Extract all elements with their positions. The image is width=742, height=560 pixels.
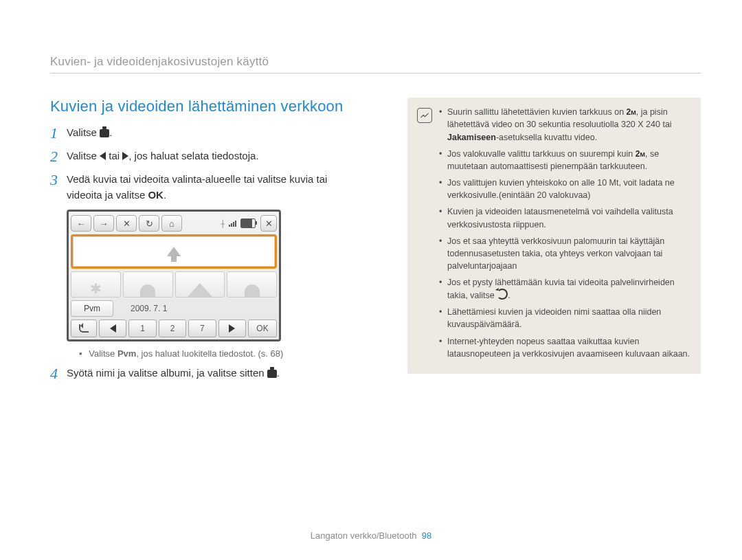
next-button[interactable] xyxy=(218,320,246,337)
step-2-post: , jos haluat selata tiedostoja. xyxy=(128,150,258,161)
left-column: Kuvien ja videoiden lähettäminen verkkoo… xyxy=(50,98,383,390)
drop-zone[interactable] xyxy=(71,234,277,269)
step-3-body: Vedä kuvia tai videoita valinta-alueelle… xyxy=(67,172,327,203)
info-item-4: Kuvien ja videoiden latausmenetelmä voi … xyxy=(439,205,691,230)
device-screenshot: ← → ✕ ↻ ⌂ ⟊ ✕ ✱ xyxy=(67,210,281,341)
page: Kuvien- ja videoidenjakosivustojen käytt… xyxy=(0,0,742,560)
main-heading: Kuvien ja videoiden lähettäminen verkkoo… xyxy=(50,98,383,115)
info-item-8: Internet-yhteyden nopeus saattaa vaikutt… xyxy=(439,335,691,360)
step-3: 3 Vedä kuvia tai videoita valinta-alueel… xyxy=(50,172,383,203)
step-number: 4 xyxy=(50,366,64,382)
upload-icon xyxy=(100,129,109,137)
info-item-6: Jos et pysty lähettämään kuvia tai video… xyxy=(439,276,691,302)
page-header: Kuvien- ja videoidenjakosivustojen käytt… xyxy=(50,55,701,74)
footer-label: Langaton verkko/Bluetooth xyxy=(311,530,417,541)
step-2-body: Valitse tai , jos haluat selata tiedosto… xyxy=(67,148,259,164)
date-filter-row: Pvm 2009. 7. 1 xyxy=(71,300,277,317)
step-1-pre: Valitse xyxy=(67,126,100,138)
thumb-palm[interactable]: ✱ xyxy=(71,271,121,298)
info-item-3: Jos valittujen kuvien yhteiskoko on alle… xyxy=(439,177,691,201)
close-button[interactable]: ✕ xyxy=(116,215,137,232)
battery-icon xyxy=(240,219,256,228)
thumbnail-row: ✱ xyxy=(71,271,277,298)
page-footer: Langaton verkko/Bluetooth 98 xyxy=(0,530,742,541)
device-toolbar: ← → ✕ ↻ ⌂ ⟊ ✕ xyxy=(71,214,277,234)
right-column: Suurin sallittu lähetettävien kuvien tar… xyxy=(407,98,701,390)
step-4-body: Syötä nimi ja valitse albumi, ja valitse… xyxy=(67,366,280,381)
info-item-1: Suurin sallittu lähetettävien kuvien tar… xyxy=(439,106,691,144)
step-4: 4 Syötä nimi ja valitse albumi, ja valit… xyxy=(50,366,383,382)
pvm-button[interactable]: Pvm xyxy=(71,300,113,317)
step-2: 2 Valitse tai , jos haluat selata tiedos… xyxy=(50,148,383,165)
step-3-line2a: videoita ja valitse xyxy=(67,189,148,201)
step-1-body: Valitse . xyxy=(67,125,112,141)
info-list: Suurin sallittu lähetettävien kuvien tar… xyxy=(439,106,691,364)
sub-bullet: Valitse Pvm, jos haluat luokitella tiedo… xyxy=(79,348,383,359)
sub-bullet-pre: Valitse xyxy=(89,348,117,359)
info-item-2: Jos valokuvalle valittu tarkkuus on suur… xyxy=(439,148,691,173)
info-item-7: Lähettämiesi kuvien ja videoiden nimi sa… xyxy=(439,306,691,331)
prev-button[interactable] xyxy=(99,320,126,337)
home-button[interactable]: ⌂ xyxy=(161,215,182,232)
size-2m-icon: 2M xyxy=(627,107,636,118)
footer-page-number: 98 xyxy=(422,530,431,541)
chevron-left-icon xyxy=(100,152,106,160)
size-2m-icon: 2M xyxy=(636,148,645,160)
sub-bullet-strong: Pvm xyxy=(117,348,136,359)
info-box: Suurin sallittu lähetettävien kuvien tar… xyxy=(407,98,701,374)
step-number: 1 xyxy=(50,125,64,142)
forward-button[interactable]: → xyxy=(93,215,114,232)
step-2-pre: Valitse xyxy=(67,150,100,161)
note-icon xyxy=(417,108,432,123)
info-item-5: Jos et saa yhteyttä verkkosivuun palomuu… xyxy=(439,235,691,272)
step-4-pre: Syötä nimi ja valitse albumi, ja valitse… xyxy=(67,367,267,379)
columns: Kuvien ja videoiden lähettäminen verkkoo… xyxy=(50,98,701,390)
step-1: 1 Valitse . xyxy=(50,125,383,142)
device-bottom-bar: 1 2 7 OK xyxy=(71,320,277,337)
step-2-mid: tai xyxy=(106,150,122,161)
antenna-icon: ⟊ xyxy=(220,218,225,229)
thumb-landscape[interactable] xyxy=(175,271,225,298)
step-3-line1: Vedä kuvia tai videoita valinta-alueelle… xyxy=(67,173,327,185)
step-1-post: . xyxy=(109,126,112,138)
thumb-person-1[interactable] xyxy=(123,271,173,298)
refresh-icon xyxy=(497,289,508,300)
back-button[interactable]: ← xyxy=(71,215,91,232)
refresh-button[interactable]: ↻ xyxy=(139,215,159,232)
chevron-right-icon xyxy=(122,152,128,160)
sub-bullet-post: , jos haluat luokitella tiedostot. (s. 6… xyxy=(136,348,283,359)
signal-icon xyxy=(229,220,236,227)
date-label: 2009. 7. 1 xyxy=(115,300,277,317)
step-number: 2 xyxy=(50,148,64,165)
step-3-ok: OK xyxy=(148,189,164,201)
step-3-line2c: . xyxy=(164,189,166,201)
ok-button[interactable]: OK xyxy=(248,320,277,337)
thumb-person-2[interactable] xyxy=(227,271,277,298)
upload-arrow-icon xyxy=(167,247,181,256)
page-1[interactable]: 1 xyxy=(128,320,156,337)
page-7[interactable]: 7 xyxy=(188,320,216,337)
step-number: 3 xyxy=(50,172,64,188)
upload-icon xyxy=(267,370,277,378)
step-4-post: . xyxy=(277,367,280,379)
close-x-button[interactable]: ✕ xyxy=(260,215,277,232)
return-button[interactable] xyxy=(71,320,97,337)
page-2[interactable]: 2 xyxy=(159,320,186,337)
